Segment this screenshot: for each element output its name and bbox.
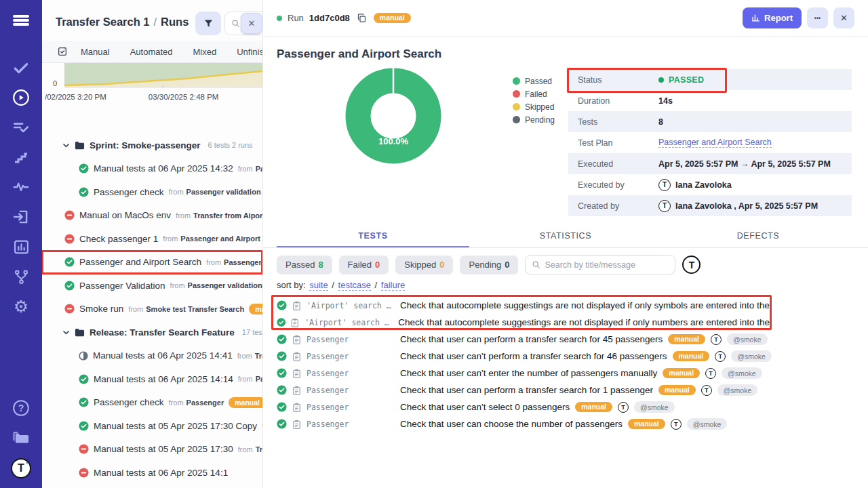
test-suite: 'Airport' search … (304, 318, 393, 327)
page-title: Passenger and Airport Search (263, 37, 868, 61)
tree-run[interactable]: Manual tests at 06 Apr 2025 14:32fromPas… (42, 157, 262, 181)
tree-run[interactable]: Passenger checkfromPassengermanual6 (42, 391, 262, 415)
stopped-minus-icon (64, 210, 75, 220)
tests-search[interactable] (525, 255, 675, 274)
tree-run[interactable]: Smoke runfromSmoke test Transfer Searchm… (42, 298, 262, 321)
tree-run[interactable]: Manual tests at 05 Apr 2025 17:30 Copyfr… (42, 414, 262, 438)
tree-run[interactable]: Passenger checkfromPassenger validationm… (42, 180, 262, 204)
branch-icon[interactable] (12, 267, 31, 286)
assignee-avatar: T (671, 419, 682, 430)
passed-check-icon (277, 419, 287, 429)
smoke-tag: @smoke (727, 333, 768, 345)
tab-automated[interactable]: Automated (120, 47, 183, 57)
passed-check-icon (277, 334, 287, 344)
test-row[interactable]: PassengerCheck that user can't perform a… (263, 348, 868, 365)
tab-mixed[interactable]: Mixed (183, 47, 227, 57)
tab-unfinished[interactable]: Unfinished (226, 47, 263, 57)
summary-row: ExecutedApr 5, 2025 5:57 PM → Apr 5, 202… (568, 153, 852, 174)
funnel-icon (203, 18, 214, 28)
summary-value: TIana Zavoloka , Apr 5, 2025 5:57 PM (658, 200, 818, 212)
tree-run[interactable]: Manual tests at 05 Apr 2025 17:30fromTra… (42, 438, 262, 462)
tree-run[interactable]: Manual tests at 06 Apr 2025 14:1 (42, 461, 262, 485)
test-plan-link[interactable]: Passenger and Airport Search (658, 138, 772, 148)
assignee-avatar: T (618, 402, 629, 413)
analytics-icon[interactable] (12, 237, 31, 256)
test-row[interactable]: 'Airport' search …Check that autocomplet… (263, 297, 770, 314)
menu-icon[interactable] (12, 11, 31, 30)
more-button[interactable]: ••• (807, 7, 828, 28)
passed-check-icon (79, 163, 89, 174)
filter-button[interactable] (195, 12, 221, 35)
list-check-icon[interactable] (12, 118, 31, 137)
filter-chip-skipped[interactable]: Skipped0 (395, 256, 453, 274)
legend-dot (513, 77, 520, 85)
summary-label: Executed (568, 159, 658, 169)
projects-folder-icon[interactable] (12, 428, 31, 447)
summary-label: Status (568, 75, 658, 85)
sort-by-failure[interactable]: failure (381, 280, 405, 291)
test-title: Check that user can't perform a transfer… (400, 351, 667, 361)
tests-search-input[interactable] (545, 260, 660, 270)
clipboard-icon (291, 318, 299, 327)
user-filter-avatar[interactable]: T (682, 256, 701, 274)
settings-gear-icon[interactable]: ⚙ (12, 297, 31, 316)
manual-badge: manual (249, 304, 262, 314)
tree-folder[interactable]: Release: Transfer Search Feature17 tests… (42, 321, 262, 344)
breadcrumb-project[interactable]: Transfer Search 1 (56, 16, 150, 28)
manual-badge: manual (658, 385, 696, 396)
stopped-minus-icon (64, 234, 75, 244)
run-detail-panel: Run 1dd7c0d8 manual Report ••• ✕ Passeng… (263, 0, 868, 488)
test-row[interactable]: 'Airport' search …Check that autocomplet… (263, 314, 770, 331)
passed-check-icon (64, 281, 75, 291)
test-row[interactable]: PassengerCheck that user can't select 0 … (263, 399, 868, 415)
check-icon[interactable] (12, 58, 31, 77)
test-suite: Passenger (307, 420, 395, 429)
help-icon[interactable]: ? (12, 399, 31, 418)
sort-label: sort by: (277, 280, 306, 290)
report-button[interactable]: Report (743, 7, 802, 28)
tree-run[interactable]: Passenger and Airport SearchfromPassenge… (42, 251, 262, 274)
app: ⚙ ? T Transfer Search 1/Runs ✕ (0, 0, 868, 488)
sort-by-suite[interactable]: suite (309, 280, 328, 291)
icon-rail: ⚙ ? T (0, 0, 42, 488)
tree-run[interactable]: Manual tests at 06 Apr 2025 14:14fromPas… (42, 367, 262, 391)
filter-chip-passed[interactable]: Passed8 (277, 256, 332, 274)
sign-in-icon[interactable] (12, 207, 31, 226)
test-row[interactable]: PassengerCheck that user can't enter the… (263, 365, 868, 382)
manual-badge: manual (229, 397, 262, 408)
summary-value: TIana Zavoloka (658, 179, 732, 191)
test-suite: Passenger (307, 369, 395, 378)
test-row[interactable]: PassengerCheck that user can perform a t… (263, 331, 868, 348)
close-button[interactable]: ✕ (833, 7, 854, 28)
tree-run[interactable]: Manual on MacOs envfromTransfer from Aip… (42, 204, 262, 228)
clear-search-button[interactable]: ✕ (241, 13, 262, 34)
test-row[interactable]: PassengerCheck that user can perform a t… (263, 382, 868, 399)
tab-manual[interactable]: Manual (71, 47, 120, 57)
tab-statistics[interactable]: STATISTICS (469, 228, 662, 247)
tree-folder[interactable]: Sprint: Smoke-passenger6 tests 2 runs (42, 134, 262, 157)
app-logo[interactable]: T (11, 458, 31, 479)
passed-check-icon (79, 374, 89, 384)
tree-run[interactable]: Check passenger 1fromPassenger and Airpo… (42, 227, 262, 251)
sort-by-testcase[interactable]: testcase (338, 280, 371, 291)
tree-run[interactable]: Manual tests at 06 Apr 2025 14:41fromTra… (42, 344, 262, 368)
run-type-tabs: Manual Automated Mixed Unfinished (42, 41, 262, 63)
summary-value: Apr 5, 2025 5:57 PM → Apr 5, 2025 5:57 P… (658, 159, 831, 169)
tree-run[interactable]: Passenger ValidationfromPassenger valida… (42, 274, 262, 298)
play-circle-icon[interactable] (12, 88, 31, 107)
tests-list: 'Airport' search …Check that autocomplet… (263, 297, 868, 432)
tab-tests[interactable]: TESTS (277, 228, 469, 247)
smoke-tag: @smoke (722, 367, 762, 379)
test-row[interactable]: PassengerCheck that user can choose the … (263, 415, 868, 432)
copy-icon[interactable] (357, 13, 367, 23)
steps-icon[interactable] (12, 148, 31, 167)
tab-defects[interactable]: DEFECTS (662, 228, 854, 247)
test-suite: Passenger (307, 386, 395, 395)
filter-chip-pending[interactable]: Pending0 (460, 256, 518, 274)
activity-icon[interactable] (12, 178, 31, 197)
y-axis-zero: 0 (53, 79, 57, 87)
select-all-icon[interactable] (57, 46, 68, 57)
filter-chip-failed[interactable]: Failed0 (339, 256, 389, 274)
clipboard-icon (292, 301, 301, 310)
svg-text:?: ? (18, 403, 24, 413)
